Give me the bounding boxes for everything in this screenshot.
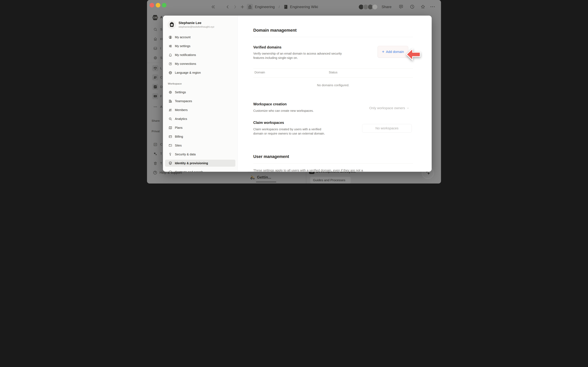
- trash-icon: [153, 161, 157, 166]
- circle-icon: [168, 170, 172, 172]
- sidebar-item-security-data[interactable]: Security & data: [165, 151, 235, 158]
- book-icon: [283, 4, 288, 10]
- bg-sidebar-label-partial: C: [160, 142, 163, 146]
- sidebar-item-label: Billing: [175, 135, 183, 138]
- updates-clock-icon[interactable]: [410, 4, 415, 9]
- sidebar-item-label: Members: [175, 108, 188, 112]
- card-icon: [168, 135, 172, 139]
- user-avatar: [167, 20, 176, 29]
- back-icon[interactable]: [225, 5, 230, 9]
- bg-sidebar-label-partial: F: [160, 94, 162, 98]
- sidebar-item-my-settings[interactable]: My settings: [165, 42, 235, 50]
- user-email: stephanie@toolsforthought.xyz: [179, 25, 214, 29]
- sliders-icon: [168, 44, 172, 48]
- bg-sidebar-label-partial: L: [160, 66, 162, 70]
- app-window: Engineering / Engineering Wiki Share ACM…: [147, 0, 441, 184]
- new-tab-icon[interactable]: [240, 5, 245, 9]
- bell-icon: [168, 53, 172, 57]
- user-management-description-clipped: These settings apply to all users with a…: [253, 168, 409, 172]
- traffic-light-close[interactable]: [150, 3, 154, 8]
- sidebar-item-language-region[interactable]: Language & region: [165, 69, 235, 76]
- bg-section-label: Privat: [152, 130, 160, 133]
- workspace-menu: SettingsTeamspacesMembersAnalyticsPlansB…: [163, 89, 237, 172]
- bg-sidebar-label-partial: I: [160, 47, 161, 50]
- sites-icon: [168, 144, 172, 147]
- breadcrumb-separator: /: [279, 5, 280, 9]
- sidebar-item-analytics[interactable]: Analytics: [165, 115, 235, 122]
- claim-workspaces-description: Claim workspaces created by users with a…: [253, 127, 331, 136]
- sidebar-item-members[interactable]: Members: [165, 106, 235, 113]
- account-menu: My accountMy settingsMy notificationsMy …: [163, 34, 237, 78]
- ellipsis-icon: [153, 105, 157, 109]
- workspace-section-label: Workspace: [168, 82, 182, 85]
- breadcrumb-page[interactable]: Engineering Wiki: [290, 5, 318, 9]
- sidebar-item-label: Identity & provisioning: [175, 161, 208, 165]
- sidebar-item-my-account[interactable]: My account: [165, 34, 235, 41]
- workspace-creation-heading: Workspace creation: [253, 102, 287, 106]
- settings-sidebar: Stephanie Lee stephanie@toolsforthought.…: [163, 16, 238, 172]
- sidebar-collapse-icon[interactable]: [211, 5, 216, 9]
- table-header-status: Status: [329, 71, 337, 74]
- annotation-arrow: [406, 48, 421, 61]
- sidebar-item-my-notifications[interactable]: My notifications: [165, 51, 235, 58]
- analytics-icon: [168, 117, 172, 121]
- divider: [253, 37, 413, 37]
- workspace-logo[interactable]: ACME: [152, 15, 158, 20]
- sidebar-item-my-connections[interactable]: My connections: [165, 60, 235, 67]
- sidebar-item-label: Settings: [175, 91, 186, 94]
- table-header-domain: Domain: [254, 71, 265, 74]
- bg-sidebar-label-partial: T: [160, 161, 162, 165]
- teamspace-icon-tile[interactable]: [247, 4, 253, 10]
- teamspace-badge[interactable]: Guides and Processes: [310, 177, 351, 184]
- no-workspaces-button[interactable]: No workspaces: [362, 124, 412, 133]
- building-icon: [168, 99, 172, 103]
- user-management-heading: User management: [253, 154, 289, 159]
- sidebar-item-label: Language & region: [175, 71, 201, 75]
- sidebar-item-label: Plans: [175, 126, 182, 130]
- share-button[interactable]: Share: [381, 5, 391, 9]
- workspace-creation-description: Customize who can create new workspaces.: [253, 108, 361, 113]
- sidebar-item-label: Contacts and search: [175, 170, 203, 172]
- plus-icon: +: [382, 50, 384, 54]
- getting-started-tab[interactable]: Gettin...: [250, 174, 271, 180]
- active-tab-underline: [256, 182, 276, 182]
- person-circle-icon: [168, 35, 172, 39]
- bg-sidebar-label-partial: S: [160, 56, 162, 60]
- settings-modal: Stephanie Lee stephanie@toolsforthought.…: [163, 16, 432, 172]
- arrow-up-right-icon: [168, 62, 172, 66]
- sidebar-item-label: Analytics: [175, 117, 187, 121]
- breadcrumb-teamspace[interactable]: Engineering: [255, 5, 275, 9]
- sidebar-item-billing[interactable]: Billing: [165, 133, 235, 140]
- sidebar-item-identity-provisioning[interactable]: Identity & provisioning: [165, 160, 235, 167]
- workspace-creation-dropdown[interactable]: Only workspace owners: [369, 106, 409, 110]
- traffic-light-zoom[interactable]: [162, 3, 166, 8]
- more-options-icon[interactable]: [430, 6, 435, 8]
- sidebar-item-contacts-and-search[interactable]: Contacts and search: [165, 168, 235, 172]
- sidebar-item-label: My account: [175, 35, 190, 39]
- sidebar-item-sites[interactable]: Sites: [165, 142, 235, 149]
- bg-section-label: Share: [152, 119, 160, 123]
- globe-icon: [168, 71, 172, 75]
- bg-sidebar-label-partial: C: [160, 75, 163, 79]
- money-icon: [153, 94, 157, 98]
- gear-icon: [153, 56, 157, 60]
- svg-text:17: 17: [155, 144, 156, 145]
- shapes-icon: [153, 152, 157, 156]
- add-domain-button[interactable]: + Add domain: [378, 46, 408, 58]
- bg-sidebar-label-partial: H: [160, 37, 163, 41]
- user-profile: Stephanie Lee stephanie@toolsforthought.…: [167, 20, 214, 29]
- settings-content: Domain management Verified domains Verif…: [253, 16, 414, 172]
- scales-icon: [153, 66, 157, 70]
- key-icon: [168, 152, 172, 156]
- traffic-light-minimize[interactable]: [156, 3, 160, 8]
- sidebar-item-plans[interactable]: Plans: [165, 124, 235, 131]
- question-icon: [153, 170, 157, 175]
- shield-check-icon: [168, 161, 172, 165]
- comments-icon[interactable]: [398, 4, 404, 9]
- favorite-star-icon[interactable]: [421, 4, 425, 9]
- avatar[interactable]: [372, 4, 378, 10]
- forward-icon[interactable]: [233, 5, 237, 9]
- sidebar-item-settings[interactable]: Settings: [165, 89, 235, 96]
- sidebar-item-teamspaces[interactable]: Teamspaces: [165, 98, 235, 105]
- sidebar-item-label: Sites: [175, 144, 182, 147]
